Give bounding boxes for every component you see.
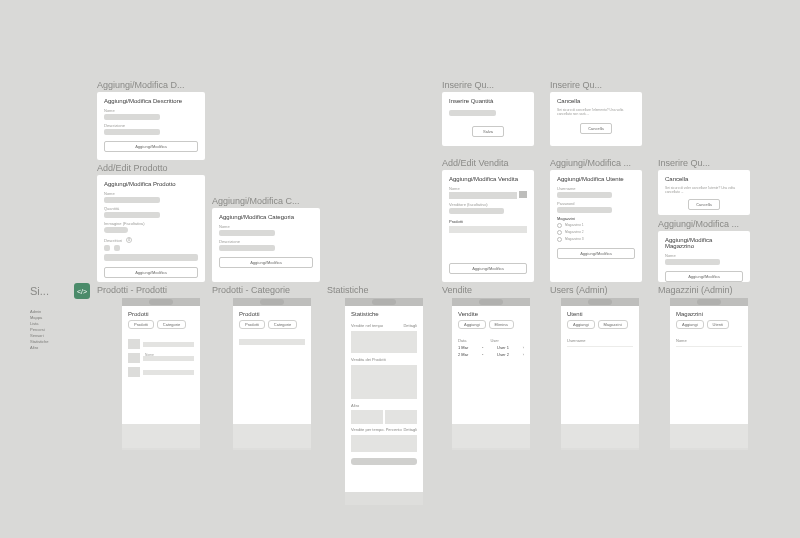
field-label: Descrizione — [104, 123, 198, 128]
add-button[interactable]: Aggiungi — [458, 320, 486, 329]
tab-prodotti[interactable]: Prodotti — [128, 320, 154, 329]
sidebar-item[interactable]: Mappa — [30, 315, 82, 320]
phone-magazzini[interactable]: Magazzini AggiungiUtenti Nome — [670, 298, 748, 450]
quantity-field[interactable] — [104, 212, 160, 218]
name-field[interactable] — [665, 259, 720, 265]
add-button[interactable]: Aggiungi — [676, 320, 704, 329]
table-row[interactable]: 1 Mar•User 1› — [452, 343, 530, 350]
sidebar-item[interactable]: Lista — [30, 321, 82, 326]
cancel-button[interactable]: Cancella — [688, 199, 719, 210]
stat-link[interactable]: Dettagli — [403, 323, 417, 328]
list-item[interactable] — [143, 370, 194, 375]
description-field[interactable] — [104, 129, 160, 135]
magazzini-button[interactable]: Magazzini — [598, 320, 628, 329]
sidebar-item[interactable]: Sensori — [30, 333, 82, 338]
list-item[interactable] — [239, 339, 305, 345]
notch-icon — [588, 299, 612, 305]
phone-statistiche[interactable]: Statistiche Vendite nel tempoDettagli Ve… — [345, 298, 423, 505]
dialog-categoria[interactable]: Aggiungi/Modifica Categoria Nome Descriz… — [212, 208, 320, 282]
notch-icon — [260, 299, 284, 305]
calendar-icon[interactable] — [519, 191, 527, 198]
submit-button[interactable]: Aggiungi/Modifica — [665, 271, 743, 282]
phone-vendite[interactable]: Vendite AggiungiElimina DataUser 1 Mar•U… — [452, 298, 530, 450]
field-label: Descrizione — [219, 239, 313, 244]
bottom-bar — [233, 424, 311, 448]
dialog-utente[interactable]: Aggiungi/Modifica Utente Username Passwo… — [550, 170, 642, 282]
phone-prodotti[interactable]: Prodotti ProdottiCategorie Nome — [122, 298, 200, 450]
product-row[interactable] — [449, 226, 527, 233]
sidebar-item[interactable]: Statistiche — [30, 339, 82, 344]
submit-button[interactable]: Aggiungi/Modifica — [104, 267, 198, 278]
username-field[interactable] — [557, 192, 612, 198]
dialog-prodotto[interactable]: Aggiungi/Modifica Prodotto Nome Quantità… — [97, 175, 205, 282]
utenti-button[interactable]: Utenti — [707, 320, 729, 329]
code-icon[interactable]: </> — [74, 283, 90, 299]
frame-label[interactable]: Aggiungi/Modifica ... — [550, 158, 645, 168]
delete-button[interactable]: Elimina — [489, 320, 514, 329]
save-button[interactable]: Salva — [472, 126, 503, 137]
frame-label[interactable]: Add/Edit Prodotto — [97, 163, 202, 173]
dialog-magazzino[interactable]: Aggiungi/Modifica Magazzino Nome Aggiung… — [658, 231, 750, 282]
stat-link[interactable]: Dettagli — [403, 427, 417, 432]
dialog-delete-user[interactable]: Cancella Sei sicuro di voler cancellare … — [658, 170, 750, 215]
seller-field[interactable] — [449, 208, 504, 214]
field-label: Nome — [104, 108, 198, 113]
list-item[interactable]: Nome — [143, 342, 194, 347]
cell-user: User 2 — [497, 352, 509, 357]
frame-label[interactable]: Inserire Qu... — [658, 158, 740, 168]
descriptor-chip[interactable] — [114, 245, 120, 251]
descriptor-chip[interactable] — [104, 245, 110, 251]
frame-label[interactable]: Aggiungi/Modifica D... — [97, 80, 202, 90]
name-field[interactable] — [104, 197, 160, 203]
radio-icon[interactable] — [557, 230, 562, 235]
dialog-delete[interactable]: Cancella Sei sicuro di cancellare l'elem… — [550, 92, 642, 146]
sidebar-item[interactable]: Percorsi — [30, 327, 82, 332]
frame-label[interactable]: Vendite — [442, 285, 472, 295]
frame-label[interactable]: Add/Edit Vendita — [442, 158, 537, 168]
quantity-field[interactable] — [449, 110, 496, 116]
frame-label[interactable]: Aggiungi/Modifica C... — [212, 196, 317, 206]
phone-categorie[interactable]: Prodotti ProdottiCategorie — [233, 298, 311, 450]
submit-button[interactable]: Aggiungi/Modifica — [219, 257, 313, 268]
name-field[interactable] — [449, 192, 517, 199]
name-field[interactable] — [104, 114, 160, 120]
frame-label[interactable]: Inserire Qu... — [550, 80, 620, 90]
store-select[interactable] — [104, 254, 198, 261]
dialog-title: Aggiungi/Modifica Utente — [557, 176, 635, 182]
radio-icon[interactable] — [557, 223, 562, 228]
notch-icon — [149, 299, 173, 305]
submit-button[interactable]: Aggiungi/Modifica — [557, 248, 635, 259]
list-item[interactable] — [143, 356, 194, 361]
dialog-descrittore[interactable]: Aggiungi/Modifica Descrittore Nome Descr… — [97, 92, 205, 160]
frame-label[interactable]: Aggiungi/Modifica ... — [658, 219, 750, 229]
add-button[interactable]: Aggiungi — [567, 320, 595, 329]
frame-label[interactable]: Inserire Qu... — [442, 80, 512, 90]
dialog-vendita[interactable]: Aggiungi/Modifica Vendita Nome Venditore… — [442, 170, 534, 282]
slider-track[interactable] — [351, 458, 417, 465]
table-row[interactable]: 2 Mar•User 2› — [452, 350, 530, 357]
frame-label[interactable]: Users (Admin) — [550, 285, 608, 295]
cancel-button[interactable]: Cancella — [580, 123, 611, 134]
submit-button[interactable]: Aggiungi/Modifica — [104, 141, 198, 152]
description-field[interactable] — [219, 245, 275, 251]
tab-categorie[interactable]: Categorie — [157, 320, 186, 329]
name-field[interactable] — [219, 230, 275, 236]
radio-icon[interactable] — [557, 237, 562, 242]
chart-placeholder — [351, 410, 383, 424]
bottom-bar — [452, 424, 530, 448]
tab-categorie[interactable]: Categorie — [268, 320, 297, 329]
sidebar-item[interactable]: Admin — [30, 309, 82, 314]
sidebar-item[interactable]: Altro — [30, 345, 82, 350]
password-field[interactable] — [557, 207, 612, 213]
field-label: Descrittori — [104, 238, 122, 243]
dialog-quantity[interactable]: Inserire Quantità Salva — [442, 92, 534, 146]
phone-utenti[interactable]: Utenti AggiungiMagazzini Username — [561, 298, 639, 450]
tab-prodotti[interactable]: Prodotti — [239, 320, 265, 329]
screen-title: Utenti — [561, 306, 639, 320]
submit-button[interactable]: Aggiungi/Modifica — [449, 263, 527, 274]
image-chip[interactable] — [104, 227, 128, 233]
frame-label[interactable]: Prodotti - Categorie — [212, 285, 290, 295]
frame-label[interactable]: Statistiche — [327, 285, 369, 295]
frame-label[interactable]: Prodotti - Prodotti — [97, 285, 167, 295]
frame-label[interactable]: Magazzini (Admin) — [658, 285, 733, 295]
